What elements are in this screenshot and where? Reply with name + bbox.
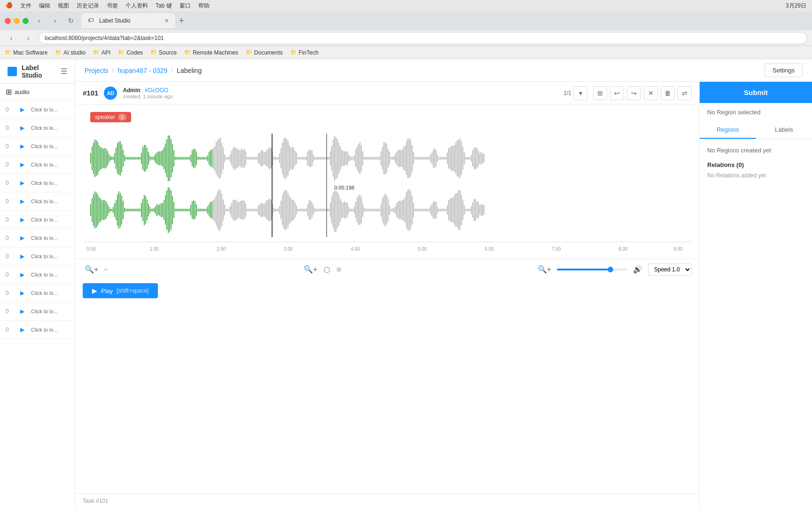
- volume-thumb[interactable]: [608, 267, 613, 272]
- bookmark-codes[interactable]: 📁 Codes: [118, 49, 143, 56]
- list-item[interactable]: 0 ▶ Click to lo...: [0, 137, 75, 156]
- tab-regions[interactable]: Regions: [700, 121, 756, 139]
- waveform-area[interactable]: // Will be rendered via inline generatio…: [83, 134, 692, 242]
- list-item[interactable]: 0 ▶ Click to lo...: [0, 174, 75, 192]
- list-item[interactable]: 0 ▶ Click to lo...: [0, 192, 75, 211]
- zoom-center-in-btn[interactable]: 🔍+: [302, 263, 319, 276]
- speed-select[interactable]: Speed 1.0: [648, 263, 692, 276]
- addr-back-btn[interactable]: ‹: [5, 32, 18, 45]
- svg-rect-557: [481, 204, 482, 216]
- minimize-window-btn[interactable]: [14, 18, 20, 24]
- bookmark-documents[interactable]: 📁 Documents: [246, 49, 283, 56]
- close-window-btn[interactable]: [5, 18, 11, 24]
- list-item[interactable]: 0 ▶ Click to lo...: [0, 266, 75, 284]
- submit-btn[interactable]: Submit: [700, 82, 812, 103]
- task-play-btn[interactable]: ▶: [17, 306, 27, 317]
- bookmark-ai-studio[interactable]: 📁 AI studio: [55, 49, 86, 56]
- mute-btn[interactable]: 🔊: [631, 263, 644, 276]
- os-menu-view[interactable]: 视图: [58, 2, 69, 10]
- os-menu-help[interactable]: 帮助: [198, 2, 210, 10]
- task-play-btn[interactable]: ▶: [17, 141, 27, 151]
- address-bar[interactable]: localhost:8080/projects/4/data?tab=2&tas…: [39, 32, 807, 44]
- task-play-btn[interactable]: ▶: [17, 288, 27, 298]
- undo-btn[interactable]: ↩: [610, 86, 624, 100]
- task-play-btn[interactable]: ▶: [17, 325, 27, 335]
- tab-labels[interactable]: Labels: [756, 121, 812, 139]
- list-item[interactable]: 0 ▶ Click to lo...: [0, 211, 75, 229]
- svg-rect-370: [217, 191, 218, 228]
- svg-rect-147: [297, 157, 298, 160]
- task-play-btn[interactable]: ▶: [17, 196, 27, 206]
- bookmark-source[interactable]: 📁 Source: [150, 49, 177, 56]
- tab-close-btn[interactable]: ✕: [164, 18, 169, 24]
- list-item[interactable]: 0 ▶ Click to lo...: [0, 321, 75, 339]
- list-item[interactable]: 0 ▶ Click to lo...: [0, 101, 75, 119]
- svg-rect-329: [159, 204, 160, 216]
- forward-btn[interactable]: ›: [48, 14, 62, 27]
- svg-rect-102: [234, 147, 235, 170]
- new-tab-btn[interactable]: +: [179, 16, 184, 26]
- os-menu-bookmarks[interactable]: 书签: [107, 2, 118, 10]
- os-menu-profile[interactable]: 个人资料: [125, 2, 148, 10]
- list-item[interactable]: 0 ▶ Click to lo...: [0, 119, 75, 137]
- breadcrumb-projects[interactable]: Projects: [85, 67, 109, 74]
- list-item[interactable]: 0 ▶ Click to lo...: [0, 247, 75, 266]
- task-play-btn[interactable]: ▶: [17, 178, 27, 188]
- bookmark-api[interactable]: 📁 API: [93, 49, 110, 56]
- speaker-tag[interactable]: speaker 1: [90, 112, 131, 122]
- list-item[interactable]: 0 ▶ Click to lo...: [0, 302, 75, 321]
- task-id: #101: [83, 89, 98, 97]
- svg-rect-333: [165, 195, 166, 225]
- task-play-btn[interactable]: ▶: [17, 159, 27, 170]
- svg-rect-305: [125, 209, 126, 212]
- grid-view-btn[interactable]: ⊞: [593, 86, 607, 100]
- volume-slider[interactable]: [557, 269, 627, 270]
- os-menu-history[interactable]: 历史记录: [77, 2, 99, 10]
- settings-btn[interactable]: Settings: [765, 64, 803, 77]
- waveform-track-bottom[interactable]: [83, 185, 692, 235]
- svg-rect-110: [245, 151, 246, 166]
- redo-btn[interactable]: ↪: [627, 86, 641, 100]
- fullscreen-window-btn[interactable]: [23, 18, 29, 24]
- play-main-btn[interactable]: ▶ Play [shift+space]: [83, 283, 158, 298]
- bookmark-remote-machines[interactable]: 📁 Remote Machines: [184, 49, 238, 56]
- refresh-btn[interactable]: ↻: [64, 14, 78, 27]
- addr-forward-btn[interactable]: ›: [22, 32, 35, 45]
- counter-dropdown-btn[interactable]: ▾: [573, 86, 587, 100]
- svg-rect-91: [219, 138, 219, 178]
- bookmark-mac-software[interactable]: 📁 Mac Software: [5, 49, 47, 56]
- list-item[interactable]: 0 ▶ Click to lo...: [0, 284, 75, 302]
- back-btn[interactable]: ‹: [32, 14, 46, 27]
- task-play-btn[interactable]: ▶: [17, 270, 27, 280]
- svg-rect-299: [117, 194, 118, 226]
- sidebar-toggle-btn[interactable]: ☰: [61, 67, 67, 76]
- svg-rect-486: [381, 203, 382, 216]
- os-menu-apple[interactable]: 🍎: [6, 2, 13, 10]
- zoom-center-out-btn[interactable]: ◯: [322, 263, 332, 276]
- list-item[interactable]: 0 ▶ Click to lo...: [0, 229, 75, 247]
- bookmark-fintech[interactable]: 📁 FinTech: [290, 49, 319, 56]
- close-btn[interactable]: ✕: [644, 86, 658, 100]
- settings-toggle-btn[interactable]: ⇄: [678, 86, 692, 100]
- browser-tab-active[interactable]: 🏷 Label Studio ✕: [81, 13, 175, 28]
- list-item[interactable]: 0 ▶ Click to lo...: [0, 156, 75, 174]
- zoom-right-btn[interactable]: 🔍+: [536, 263, 553, 276]
- zoom-center-reset-btn[interactable]: ⊙: [335, 263, 343, 276]
- zoom-in-left-btn[interactable]: 🔍+: [83, 263, 100, 276]
- waveform-track-top[interactable]: [83, 134, 692, 183]
- zoom-out-left-btn[interactable]: ○: [102, 264, 109, 275]
- os-menu-tab[interactable]: Tab 键: [156, 2, 172, 10]
- task-play-btn[interactable]: ▶: [17, 233, 27, 243]
- no-regions-text: No Regions created yet: [707, 147, 804, 154]
- os-menu-file[interactable]: 文件: [20, 2, 31, 10]
- task-play-btn[interactable]: ▶: [17, 214, 27, 225]
- os-menu-edit[interactable]: 编辑: [39, 2, 50, 10]
- delete-btn[interactable]: 🗑: [661, 86, 675, 100]
- task-num: 0: [6, 180, 13, 186]
- os-menu-window[interactable]: 窗口: [180, 2, 191, 10]
- task-play-btn[interactable]: ▶: [17, 251, 27, 262]
- task-play-btn[interactable]: ▶: [17, 123, 27, 133]
- svg-rect-434: [307, 204, 308, 216]
- breadcrumb-project[interactable]: hupan487 - 0329: [117, 67, 167, 74]
- task-play-btn[interactable]: ▶: [17, 104, 27, 115]
